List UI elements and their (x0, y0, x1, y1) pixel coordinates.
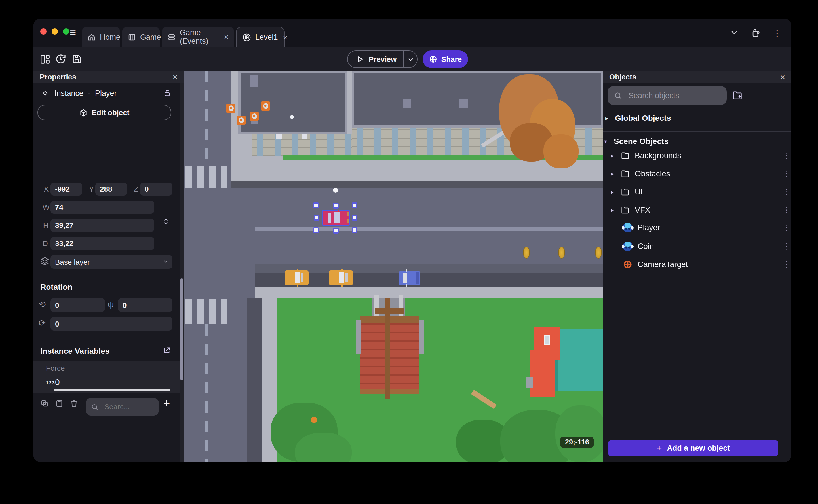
folder-row-vfx[interactable]: ▸ VFX ⋮ (611, 204, 787, 215)
preview-button[interactable]: Preview (347, 50, 418, 68)
tab-home[interactable]: Home (82, 27, 120, 47)
variables-search-input[interactable] (103, 402, 151, 412)
resize-handle[interactable] (313, 202, 319, 208)
resize-handle[interactable] (333, 203, 339, 209)
tab-level1[interactable]: Level1 × (236, 27, 285, 47)
share-button[interactable]: Share (423, 50, 468, 68)
chevron-down-icon[interactable] (730, 28, 739, 37)
scene-editor-canvas[interactable]: 29;-116 (184, 71, 603, 462)
rotation-y-input[interactable] (118, 298, 172, 312)
h-input[interactable] (50, 219, 154, 232)
selected-player-car[interactable] (322, 210, 350, 226)
tab-game-events[interactable]: Game (Events) × (162, 27, 234, 47)
caret-right-icon[interactable]: ▸ (611, 207, 616, 213)
objects-search[interactable] (608, 86, 727, 105)
tab-game[interactable]: Game × (122, 27, 160, 47)
objects-search-input[interactable] (627, 91, 715, 100)
kebab-menu-icon[interactable]: ⋮ (783, 260, 791, 269)
macos-zoom-light[interactable] (63, 28, 69, 35)
external-link-icon[interactable] (163, 346, 171, 354)
close-icon[interactable]: × (780, 72, 785, 82)
scene-objects-group[interactable]: ▾ Scene Objects (604, 135, 788, 147)
coin[interactable] (523, 247, 530, 259)
scrollbar-thumb[interactable] (180, 278, 183, 380)
caret-right-icon[interactable]: ▸ (611, 170, 616, 177)
kebab-menu-icon[interactable]: ⋮ (773, 28, 782, 39)
rotation-z-input[interactable] (50, 317, 172, 331)
caret-right-icon[interactable]: ▸ (611, 189, 616, 195)
crate-obstacle[interactable] (249, 112, 259, 121)
macos-minimize-light[interactable] (52, 28, 58, 35)
tab-label: Game (Events) (180, 28, 219, 45)
link-dimensions-icon[interactable] (162, 217, 170, 226)
variable-value[interactable]: 0 (55, 377, 60, 387)
object-row-player[interactable]: Player ⋮ (623, 222, 787, 233)
variables-search[interactable] (86, 398, 159, 416)
folder-row-obstacles[interactable]: ▸ Obstacles ⋮ (611, 168, 787, 179)
lock-open-icon[interactable] (163, 89, 171, 97)
y-input[interactable] (95, 183, 127, 196)
delete-variable-trash-icon[interactable] (70, 399, 78, 408)
variable-name[interactable]: Force (46, 364, 65, 372)
hamburger-menu-icon[interactable]: ≡ (70, 27, 76, 39)
rotate-handle[interactable] (333, 188, 338, 193)
add-variable-button[interactable]: + (163, 397, 170, 410)
properties-scrollbar[interactable] (180, 83, 184, 462)
kebab-menu-icon[interactable]: ⋮ (783, 187, 791, 196)
house-building[interactable] (530, 327, 603, 397)
folder-row-ui[interactable]: ▸ UI ⋮ (611, 186, 787, 197)
resize-handle[interactable] (313, 227, 319, 233)
kebab-menu-icon[interactable]: ⋮ (783, 205, 791, 214)
macos-close-light[interactable] (40, 28, 46, 35)
autumn-tree[interactable] (479, 71, 581, 173)
kebab-menu-icon[interactable]: ⋮ (783, 242, 791, 251)
building-roof[interactable] (238, 71, 347, 134)
tab-close-icon[interactable]: × (224, 32, 229, 41)
coin[interactable] (558, 247, 565, 259)
x-input[interactable] (50, 183, 82, 196)
green-tree[interactable] (451, 388, 603, 462)
save-icon[interactable] (70, 53, 83, 65)
variable-row[interactable]: Force 123 0 (33, 361, 184, 393)
z-input[interactable] (140, 183, 172, 196)
w-input[interactable] (50, 201, 154, 214)
layer-select[interactable]: Base layer (50, 255, 172, 269)
preview-options-chevron-icon[interactable] (404, 55, 417, 63)
add-folder-icon[interactable] (732, 90, 743, 100)
copy-icon[interactable] (40, 399, 49, 408)
rotation-x-input[interactable] (50, 298, 105, 312)
extensions-puzzle-icon[interactable] (751, 28, 761, 37)
caret-right-icon[interactable]: ▸ (611, 152, 616, 158)
close-icon[interactable]: × (172, 72, 177, 82)
kebab-menu-icon[interactable]: ⋮ (783, 169, 791, 178)
blue-car[interactable] (399, 271, 421, 285)
resize-handle[interactable] (352, 215, 357, 221)
paste-clipboard-icon[interactable] (55, 399, 64, 408)
church-building[interactable] (356, 295, 424, 401)
resize-handle[interactable] (352, 202, 357, 208)
yellow-car[interactable] (285, 270, 308, 285)
crate-obstacle[interactable] (226, 104, 235, 113)
caret-right-icon[interactable]: ▸ (605, 115, 610, 121)
object-row-camera-target[interactable]: CameraTarget ⋮ (623, 259, 787, 270)
resize-handle[interactable] (352, 227, 357, 233)
d-input[interactable] (50, 237, 154, 250)
coin[interactable] (595, 247, 602, 259)
kebab-menu-icon[interactable]: ⋮ (783, 151, 791, 160)
yellow-car[interactable] (329, 270, 353, 285)
global-objects-group[interactable]: ▸ Global Objects (605, 112, 789, 124)
edit-object-button[interactable]: Edit object (37, 105, 171, 120)
caret-down-icon[interactable]: ▾ (604, 138, 609, 144)
crate-obstacle[interactable] (261, 101, 270, 111)
object-row-coin[interactable]: Coin ⋮ (623, 240, 787, 252)
folder-row-backgrounds[interactable]: ▸ Backgrounds ⋮ (611, 150, 787, 161)
resize-handle[interactable] (314, 215, 319, 221)
green-tree[interactable] (269, 400, 354, 462)
project-manager-icon[interactable] (39, 53, 51, 65)
add-new-object-button[interactable]: + Add a new object (608, 440, 778, 456)
tab-close-icon[interactable]: × (283, 33, 287, 42)
history-icon[interactable] (54, 53, 67, 65)
kebab-menu-icon[interactable]: ⋮ (783, 223, 791, 232)
crate-obstacle[interactable] (236, 116, 246, 125)
resize-handle[interactable] (333, 228, 339, 234)
